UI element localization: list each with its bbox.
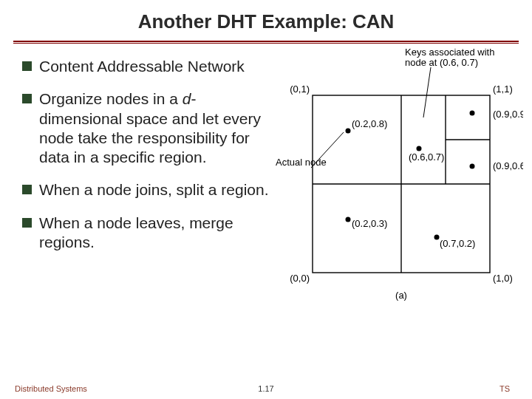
bullet-item: When a node leaves, merge regions. xyxy=(22,214,273,253)
corner-label: (1,1) xyxy=(493,83,513,95)
corner-label: (0,0) xyxy=(290,273,310,284)
bullet-marker-icon xyxy=(22,61,32,71)
bullet-text: When a node joins, split a region. xyxy=(39,180,269,200)
svg-point-7 xyxy=(470,111,475,116)
corner-label: (0,1) xyxy=(290,83,310,95)
bullet-text: Organize nodes in a d-dimensional space … xyxy=(39,89,273,167)
bullet-marker-icon xyxy=(22,185,32,194)
svg-point-6 xyxy=(417,146,422,151)
node-label: (0.9,0.6) xyxy=(493,160,523,171)
bullet-item: Organize nodes in a d-dimensional space … xyxy=(22,89,273,167)
bullet-item: When a node joins, split a region. xyxy=(22,180,273,200)
svg-point-9 xyxy=(346,217,351,222)
node-label: (0.9,0.9) xyxy=(493,109,523,120)
svg-point-10 xyxy=(434,235,440,240)
can-diagram: (0.2,0.8) (0.6,0.7) (0.9,0.9) (0.9,0.6) … xyxy=(276,44,523,339)
node-label: (0.2,0.8) xyxy=(352,118,387,129)
bullet-list: Content Addressable Network Organize nod… xyxy=(0,57,273,252)
footer-center: 1.17 xyxy=(258,384,273,393)
svg-point-5 xyxy=(346,129,351,134)
svg-point-8 xyxy=(470,164,475,169)
bullet-item: Content Addressable Network xyxy=(22,57,273,76)
bullet-text: When a node leaves, merge regions. xyxy=(39,214,273,253)
bullet-marker-icon xyxy=(22,94,32,103)
node-label: (0.7,0.2) xyxy=(440,238,475,249)
node-label: (0.6,0.7) xyxy=(409,151,444,163)
sub-label: (a) xyxy=(395,290,407,301)
footer-right: TS xyxy=(499,384,510,393)
annotation-keys: Keys associated with node at (0.6, 0.7) xyxy=(405,47,497,68)
footer: Distributed Systems 1.17 TS xyxy=(0,384,532,393)
node-label: (0.2,0.3) xyxy=(352,218,387,229)
content-area: Content Addressable Network Organize nod… xyxy=(0,44,532,369)
svg-line-11 xyxy=(423,67,431,117)
bullet-text: Content Addressable Network xyxy=(39,57,245,76)
svg-line-12 xyxy=(311,132,344,168)
footer-left: Distributed Systems xyxy=(15,384,87,393)
slide-title: Another DHT Example: CAN xyxy=(0,0,532,41)
corner-label: (1,0) xyxy=(493,273,513,284)
bullet-marker-icon xyxy=(22,218,32,228)
annotation-actual: Actual node xyxy=(276,157,327,168)
